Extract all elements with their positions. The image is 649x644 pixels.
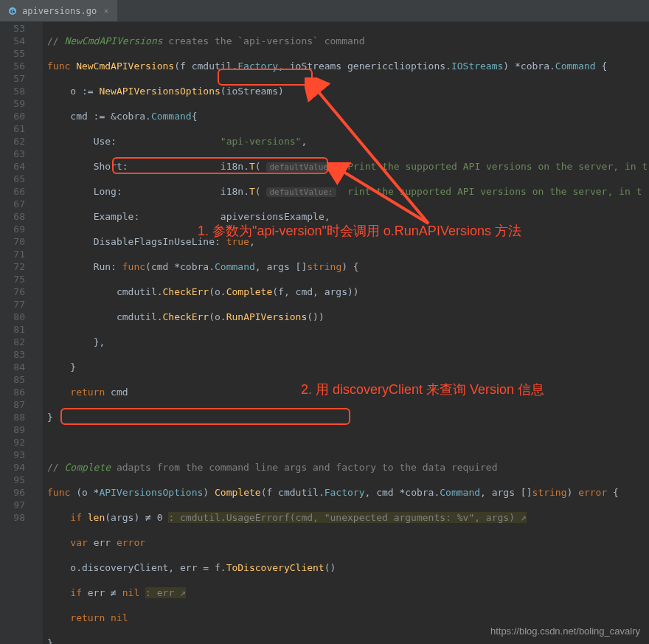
svg-text:G: G [10, 8, 15, 15]
code-editor[interactable]: 5354555657585960616263646566676869707172… [0, 22, 649, 644]
line-number-gutter: 5354555657585960616263646566676869707172… [0, 22, 32, 644]
go-file-icon: G [7, 6, 18, 16]
code-area[interactable]: // NewCmdAPIVersions creates the `api-ve… [43, 22, 649, 644]
tab-bar: G apiversions.go ✕ [0, 0, 649, 22]
file-tab[interactable]: G apiversions.go ✕ [0, 0, 117, 21]
watermark: https://blog.csdn.net/boling_cavalry [490, 626, 640, 637]
fold-column [32, 22, 43, 644]
tab-filename: apiversions.go [22, 6, 97, 16]
svg-line-3 [316, 89, 428, 224]
arrow-1 [305, 77, 437, 232]
close-icon[interactable]: ✕ [101, 6, 111, 16]
